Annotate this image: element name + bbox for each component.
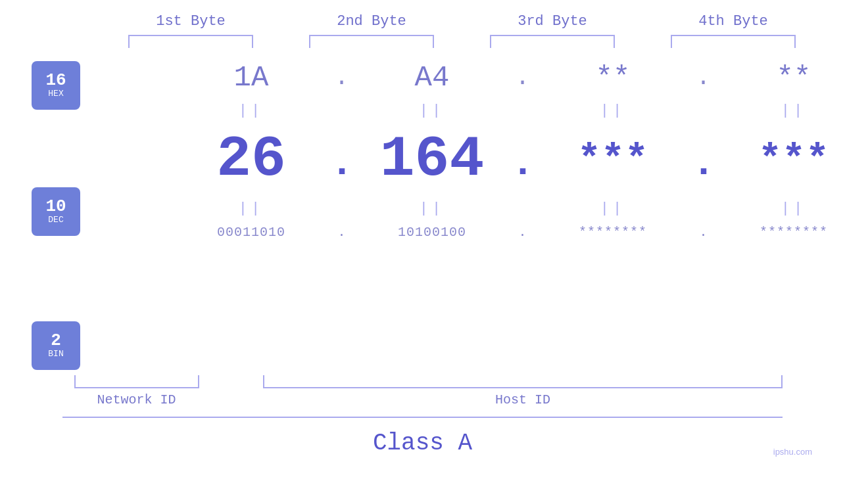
equals-row-2: || || || || bbox=[172, 192, 845, 225]
equals-row-1: || || || || bbox=[172, 94, 845, 127]
host-id-label: Host ID bbox=[250, 392, 796, 407]
byte-headers: 1st Byte 2nd Byte 3rd Byte 4th Byte bbox=[39, 0, 845, 30]
watermark: ipshu.com bbox=[773, 447, 812, 457]
hex-badge: 16 HEX bbox=[32, 61, 80, 110]
main-container: 1st Byte 2nd Byte 3rd Byte 4th Byte 16 H… bbox=[0, 0, 845, 504]
hex-dot3: . bbox=[692, 64, 715, 91]
dec-badge: 10 DEC bbox=[32, 187, 80, 236]
hex-dot1: . bbox=[330, 64, 353, 91]
dec-badge-number: 10 bbox=[45, 198, 66, 215]
dec-badge-label: DEC bbox=[48, 215, 63, 225]
bin-dot3: . bbox=[692, 225, 715, 240]
badges-column: 16 HEX 10 DEC 2 BIN bbox=[0, 55, 80, 370]
class-label: Class A bbox=[373, 430, 472, 457]
bin-b3: ******** bbox=[534, 225, 692, 240]
network-id-label: Network ID bbox=[46, 392, 227, 407]
labels-row: Network ID Host ID bbox=[46, 392, 845, 407]
dec-b2: 164 bbox=[353, 127, 511, 192]
bin-b1: 00011010 bbox=[172, 225, 330, 240]
eq2-b1: || bbox=[172, 200, 330, 217]
hex-badge-label: HEX bbox=[48, 89, 63, 99]
eq1-b4: || bbox=[715, 103, 845, 119]
top-brackets bbox=[39, 35, 845, 48]
bottom-brackets bbox=[46, 375, 845, 388]
eq1-b2: || bbox=[353, 103, 511, 119]
dec-b1: 26 bbox=[172, 127, 330, 192]
bin-dot2: . bbox=[511, 225, 534, 240]
hex-badge-number: 16 bbox=[45, 72, 66, 89]
dec-dot1: . bbox=[330, 141, 353, 186]
bin-row: 00011010 . 10100100 . ******** . *******… bbox=[172, 225, 845, 240]
hex-b4: ** bbox=[715, 61, 845, 94]
dec-b4: *** bbox=[715, 137, 845, 182]
bottom-line bbox=[62, 417, 783, 418]
dec-b3: *** bbox=[534, 137, 692, 182]
eq1-b3: || bbox=[534, 103, 692, 119]
bin-badge-number: 2 bbox=[51, 332, 61, 349]
hex-dot2: . bbox=[511, 64, 534, 91]
hex-b1: 1A bbox=[172, 61, 330, 94]
hex-b2: A4 bbox=[353, 61, 511, 94]
bin-badge: 2 BIN bbox=[32, 321, 80, 370]
dec-dot3: . bbox=[692, 141, 715, 186]
class-row: Class A ipshu.com bbox=[0, 430, 845, 457]
eq2-b2: || bbox=[353, 200, 511, 217]
bin-badge-label: BIN bbox=[48, 349, 63, 359]
network-bracket bbox=[74, 375, 199, 388]
eq2-b3: || bbox=[534, 200, 692, 217]
hex-row: 1A . A4 . ** . ** bbox=[172, 61, 845, 94]
byte3-header: 3rd Byte bbox=[462, 13, 643, 30]
bin-b2: 10100100 bbox=[353, 225, 511, 240]
bin-dot1: . bbox=[330, 225, 353, 240]
hex-b3: ** bbox=[534, 61, 692, 94]
dec-dot2: . bbox=[511, 141, 534, 186]
byte2-header: 2nd Byte bbox=[281, 13, 462, 30]
byte4-header: 4th Byte bbox=[643, 13, 824, 30]
byte1-header: 1st Byte bbox=[101, 13, 281, 30]
host-bracket bbox=[263, 375, 783, 388]
bin-b4: ******** bbox=[715, 225, 845, 240]
dec-row: 26 . 164 . *** . *** bbox=[172, 127, 845, 192]
eq1-b1: || bbox=[172, 103, 330, 119]
eq2-b4: || bbox=[715, 200, 845, 217]
